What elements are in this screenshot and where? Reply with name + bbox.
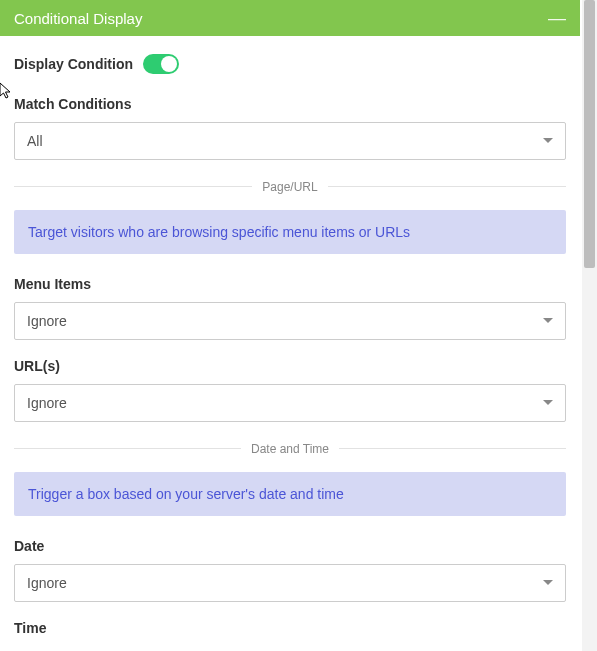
urls-value: Ignore (27, 395, 67, 411)
chevron-down-icon (543, 138, 553, 144)
display-condition-row: Display Condition (14, 54, 566, 74)
date-time-info: Trigger a box based on your server's dat… (14, 472, 566, 516)
match-conditions-label: Match Conditions (14, 96, 566, 112)
chevron-down-icon (543, 580, 553, 586)
panel-header: Conditional Display — (0, 0, 580, 36)
date-time-divider-label: Date and Time (241, 442, 339, 456)
date-time-divider: Date and Time (14, 440, 566, 456)
menu-items-value: Ignore (27, 313, 67, 329)
panel-body: Display Condition Match Conditions All P… (0, 36, 580, 651)
page-url-divider-label: Page/URL (252, 180, 327, 194)
page-url-divider: Page/URL (14, 178, 566, 194)
chevron-down-icon (543, 400, 553, 406)
date-value: Ignore (27, 575, 67, 591)
urls-select[interactable]: Ignore (14, 384, 566, 422)
match-conditions-value: All (27, 133, 43, 149)
time-label: Time (14, 620, 566, 636)
page-url-info: Target visitors who are browsing specifi… (14, 210, 566, 254)
display-condition-label: Display Condition (14, 56, 133, 72)
match-conditions-select[interactable]: All (14, 122, 566, 160)
chevron-down-icon (543, 318, 553, 324)
menu-items-label: Menu Items (14, 276, 566, 292)
panel-title: Conditional Display (14, 10, 142, 27)
menu-items-select[interactable]: Ignore (14, 302, 566, 340)
conditional-display-panel: Conditional Display — Display Condition … (0, 0, 580, 651)
toggle-knob (161, 56, 177, 72)
display-condition-toggle[interactable] (143, 54, 179, 74)
date-select[interactable]: Ignore (14, 564, 566, 602)
scrollbar-track[interactable] (582, 0, 597, 651)
urls-label: URL(s) (14, 358, 566, 374)
date-label: Date (14, 538, 566, 554)
scrollbar-thumb[interactable] (584, 0, 595, 268)
